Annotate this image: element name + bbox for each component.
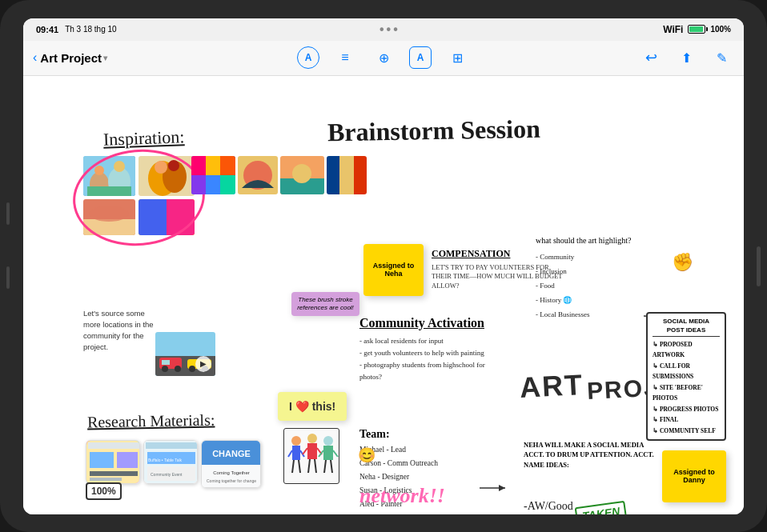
people-illustration xyxy=(283,428,339,484)
svg-line-70 xyxy=(315,459,316,473)
back-button[interactable]: ‹ xyxy=(33,50,37,65)
sticky-neha: Assigned to Neha xyxy=(363,244,424,296)
svg-line-67 xyxy=(303,448,307,454)
card-thumb-2[interactable]: Buffalo • Table Talk Community Event xyxy=(143,440,198,484)
svg-rect-40 xyxy=(146,442,197,449)
social-media-box: SOCIAL MEDIAPOST IDEAS ↳ Proposed Artwor… xyxy=(646,312,726,442)
photo-architecture[interactable] xyxy=(139,199,195,235)
svg-rect-36 xyxy=(117,452,138,468)
photo-sunset[interactable] xyxy=(280,156,324,194)
svg-point-59 xyxy=(291,436,301,446)
photo-orange-circle[interactable] xyxy=(238,156,278,194)
smiley-face: 😊 xyxy=(358,446,375,464)
status-center: ••• xyxy=(379,22,400,37)
photo-container-top xyxy=(83,156,195,235)
svg-line-74 xyxy=(333,450,338,457)
pct-badge: 100% xyxy=(86,482,122,500)
wave-text: network!! xyxy=(359,484,445,508)
svg-rect-72 xyxy=(323,446,333,460)
svg-point-9 xyxy=(155,161,167,174)
svg-point-3 xyxy=(94,166,104,175)
signature: -AW/Good xyxy=(524,500,573,513)
battery-icon xyxy=(688,25,705,34)
svg-rect-38 xyxy=(90,478,122,481)
photo-row-2 xyxy=(83,199,195,235)
svg-point-55 xyxy=(162,366,168,372)
toolbar-right: ↩ ⬆ ✎ xyxy=(606,45,734,70)
photo-desert[interactable] xyxy=(83,199,135,235)
svg-point-4 xyxy=(114,161,125,172)
neha-note-text: NEHA WILL MAKE A SOCIAL MEDIA ACCT. TO D… xyxy=(524,441,654,470)
inspiration-title: Inspiration: xyxy=(103,126,185,150)
taken-text: TAKEN xyxy=(575,500,628,514)
ipad-frame: 09:41 Th 3 18 thg 10 ••• WiFi 100% ‹ Art… xyxy=(0,0,767,532)
photo-row-mid xyxy=(191,156,367,194)
side-button[interactable] xyxy=(757,246,761,286)
title-text: Art Project xyxy=(40,51,102,65)
svg-line-75 xyxy=(324,460,326,473)
time: 09:41 xyxy=(36,25,58,34)
edit-icon[interactable]: ✎ xyxy=(709,45,734,70)
svg-rect-21 xyxy=(191,175,206,194)
fist-emoji: ✊ xyxy=(672,252,693,273)
battery-pct: 100% xyxy=(710,25,731,34)
wifi-icon: WiFi xyxy=(663,24,683,35)
svg-rect-12 xyxy=(83,219,135,235)
svg-line-61 xyxy=(288,450,292,457)
chevron-down-icon: ▾ xyxy=(103,54,107,62)
card-change[interactable]: CHANGE Coming Together Coming together f… xyxy=(201,440,261,488)
undo-icon[interactable]: ↩ xyxy=(638,45,664,70)
svg-rect-5 xyxy=(87,186,131,196)
toolbar-center: A ≡ ⊕ A ⊞ xyxy=(161,45,606,70)
svg-rect-16 xyxy=(167,199,195,235)
volume-up-button[interactable] xyxy=(6,202,10,225)
art-highlight-items: - Community - Inclusion - Food - History… xyxy=(536,250,631,322)
photo-colorful-mural[interactable] xyxy=(191,156,235,194)
image-icon[interactable]: ⊞ xyxy=(444,45,470,70)
text-box-icon[interactable]: A xyxy=(409,46,432,69)
community-activation: Community Activation - ask local residen… xyxy=(359,316,508,384)
svg-point-65 xyxy=(307,434,317,443)
photo-hugging[interactable] xyxy=(139,156,195,196)
play-button[interactable]: ▶ xyxy=(195,356,211,372)
status-bar: 09:41 Th 3 18 thg 10 ••• WiFi 100% xyxy=(23,18,744,41)
svg-text:Coming together for change: Coming together for change xyxy=(207,478,256,483)
annotate-icon[interactable]: A xyxy=(297,46,319,69)
svg-rect-34 xyxy=(88,442,139,449)
sourcing-note: Let's source some more locations in the … xyxy=(83,308,163,354)
title-button[interactable]: Art Project ▾ xyxy=(40,51,107,65)
volume-down-button[interactable] xyxy=(6,266,10,289)
brush-note: These brush stroke references are cool! xyxy=(291,292,359,317)
svg-point-10 xyxy=(168,160,179,171)
sourcing-note-text: Let's source some more locations in the … xyxy=(83,309,154,352)
art-highlight-question: what should the art highlight? xyxy=(536,236,631,245)
lines-icon[interactable]: ≡ xyxy=(332,45,358,70)
share-icon[interactable]: ⬆ xyxy=(673,45,699,70)
svg-rect-22 xyxy=(206,175,220,194)
brainstorm-title: Brainstorm Session xyxy=(327,114,540,147)
svg-line-69 xyxy=(308,459,310,473)
svg-rect-60 xyxy=(292,446,300,460)
photo-cars[interactable]: ▶ xyxy=(155,332,215,376)
svg-rect-37 xyxy=(90,471,138,476)
research-title: Research Materials: xyxy=(87,410,215,431)
svg-text:Buffalo • Table Talk: Buffalo • Table Talk xyxy=(148,458,183,462)
svg-line-63 xyxy=(292,460,294,473)
team-header: Team: xyxy=(359,428,438,441)
toolbar-left: ‹ Art Project ▾ xyxy=(33,50,161,65)
status-right: WiFi 100% xyxy=(663,24,731,35)
photo-stripe[interactable] xyxy=(327,156,367,194)
svg-point-13 xyxy=(89,206,129,222)
card-thumb-1[interactable] xyxy=(86,440,140,484)
heart-sticky: I ❤️ this! xyxy=(278,392,347,421)
art-text: ART xyxy=(519,370,584,402)
svg-text:CHANGE: CHANGE xyxy=(212,449,251,458)
svg-rect-35 xyxy=(90,452,114,468)
svg-rect-18 xyxy=(191,156,206,175)
svg-rect-19 xyxy=(206,156,220,175)
photo-people-jumping[interactable] xyxy=(83,156,135,196)
layers-icon[interactable]: ⊕ xyxy=(371,45,396,70)
svg-rect-31 xyxy=(339,156,354,194)
svg-text:Coming Together: Coming Together xyxy=(213,470,250,475)
ipad-screen: 09:41 Th 3 18 thg 10 ••• WiFi 100% ‹ Art… xyxy=(23,18,744,514)
